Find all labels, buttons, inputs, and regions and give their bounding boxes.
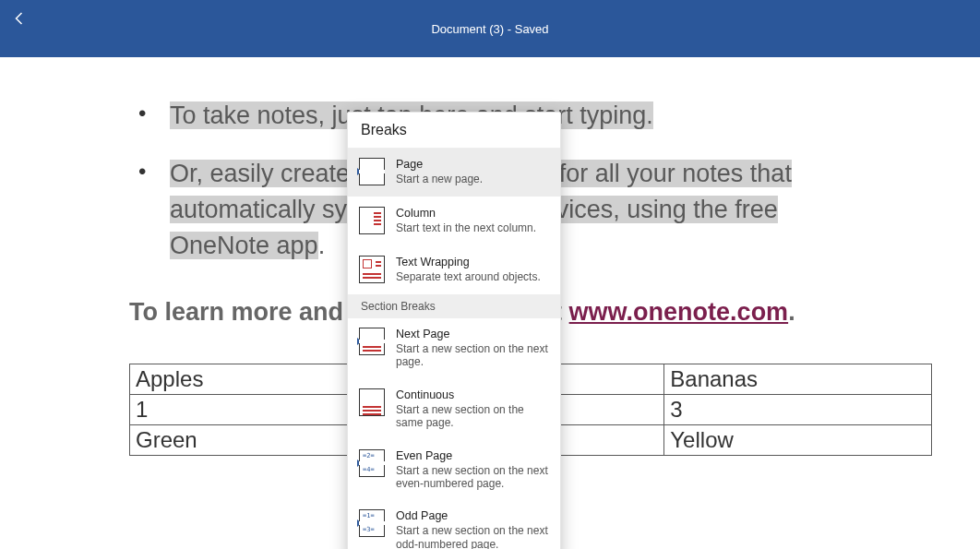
odd-page-icon: =1==3= bbox=[359, 509, 388, 539]
back-button[interactable] bbox=[7, 6, 33, 31]
continuous-icon bbox=[359, 388, 388, 418]
option-name: Page bbox=[396, 158, 549, 171]
breaks-panel-title: Breaks bbox=[348, 113, 560, 149]
text-wrapping-icon bbox=[359, 256, 388, 285]
page-break-icon bbox=[359, 158, 388, 187]
break-option-text-wrapping[interactable]: Text Wrapping Separate text around objec… bbox=[348, 245, 560, 294]
section-breaks-label: Section Breaks bbox=[348, 294, 560, 318]
title-bar: Document (3) - Saved bbox=[0, 0, 980, 57]
option-desc: Start a new page. bbox=[396, 173, 549, 185]
section-break-next-page[interactable]: Next Page Start a new section on the nex… bbox=[348, 318, 560, 378]
section-break-odd-page[interactable]: =1==3= Odd Page Start a new section on t… bbox=[348, 499, 560, 549]
break-option-page[interactable]: Page Start a new page. bbox=[348, 149, 560, 197]
table-cell[interactable]: 3 bbox=[664, 394, 932, 424]
back-arrow-icon bbox=[12, 10, 29, 27]
column-break-icon bbox=[359, 207, 388, 236]
section-break-continuous[interactable]: Continuous Start a new section on the sa… bbox=[348, 378, 560, 439]
breaks-panel: Breaks Page Start a new page. Column Sta… bbox=[347, 112, 561, 549]
document-title: Document (3) - Saved bbox=[431, 22, 548, 36]
table-cell[interactable]: Bananas bbox=[664, 364, 932, 394]
next-page-icon bbox=[359, 328, 388, 357]
table-cell[interactable]: Yellow bbox=[664, 424, 932, 455]
section-break-even-page[interactable]: =2==4= Even Page Start a new section on … bbox=[348, 439, 560, 500]
onenote-link[interactable]: www.onenote.com bbox=[569, 298, 789, 326]
even-page-icon: =2==4= bbox=[359, 449, 388, 479]
break-option-column[interactable]: Column Start text in the next column. bbox=[348, 197, 560, 245]
